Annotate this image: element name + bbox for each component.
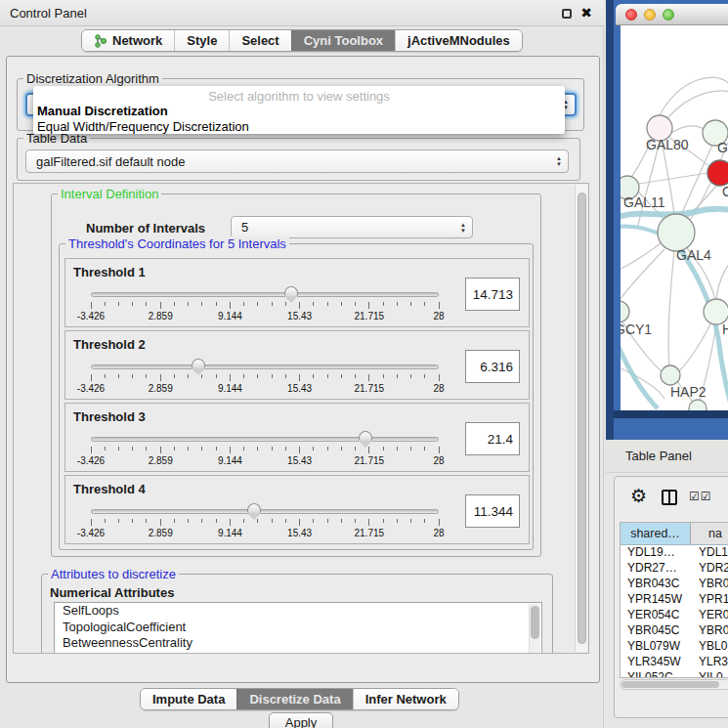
attributes-scrollbar[interactable] [529,604,540,654]
algorithm-option[interactable]: Equal Width/Frequency Discretization [33,119,565,135]
table-row[interactable]: YPR145WYPR1 [621,592,728,608]
bottom-tab-discretize-data[interactable]: Discretize Data [236,689,352,709]
slider-track[interactable] [91,437,439,442]
network-node-gcy1[interactable] [621,301,629,322]
table-row[interactable]: YBR043CYBR0 [621,577,728,592]
network-node-c[interactable] [707,160,728,186]
node-label: GAL4 [676,247,711,263]
threshold-slider[interactable]: -3.4262.8599.14415.4321.71528 [91,503,439,540]
tick-label: -3.426 [77,528,105,538]
node-table[interactable]: shared…na YDL19…YDL1YDR27…YDR2YBR043CYBR… [620,522,728,678]
node-label: GAL80 [646,137,689,152]
slider-ticks [91,374,439,382]
combo-stepper-icon[interactable]: ▲▼ [460,222,466,234]
settings-scrollbar[interactable] [575,185,587,652]
attribute-item[interactable]: TopologicalCoefficient [55,620,541,636]
settings-scrollbar-thumb[interactable] [578,193,586,644]
interval-definition-group: Interval Definition Number of Intervals … [51,193,541,557]
threshold-panel: Threshold 1-3.4262.8599.14415.4321.71528… [64,258,530,327]
tab-network[interactable]: Network [82,30,174,51]
tick-label: 2.859 [149,383,173,394]
cyni-toolbox-panel: Discretization Algorithm ▲▼ Table Data g… [6,56,600,683]
tick-label: -3.426 [77,383,105,394]
thresholds-group-label: Threshold's Coordinates for 5 Intervals [65,236,289,251]
tick-label: 9.144 [218,455,242,466]
slider-ticks [91,447,439,454]
tab-label: Network [112,33,162,48]
threshold-slider[interactable]: -3.4262.8599.14415.4321.71528 [91,431,439,468]
table-row[interactable]: YBL079WYBL0 [621,639,728,655]
split-pane-icon[interactable] [662,490,677,505]
network-node-hap2[interactable] [661,365,680,385]
close-icon[interactable]: ✖ [580,5,592,21]
threshold-title: Threshold 3 [73,409,146,424]
column-header-2[interactable]: na [691,523,728,544]
network-node-gal4[interactable] [658,214,695,251]
bottom-tab-infer-network[interactable]: Infer Network [353,689,458,709]
slider-track[interactable] [91,292,439,297]
tab-select[interactable]: Select [229,30,290,51]
table-data-select[interactable]: galFiltered.sif default node ▲▼ [25,150,569,173]
threshold-value-field[interactable]: 6.316 [465,350,520,383]
slider-track[interactable] [91,509,439,514]
combo-stepper-icon[interactable]: ▲▼ [556,155,562,167]
table-row[interactable]: YBR045CYBR0 [621,623,728,639]
cell-shared-name: YPR145W [621,592,691,608]
slider-track[interactable] [91,364,439,369]
tab-cyni-toolbox[interactable]: Cyni Toolbox [291,30,395,51]
table-row[interactable]: YDL19…YDL1 [621,545,728,561]
cell-name: YDR2 [691,561,728,577]
tab-label: jActiveMNodules [407,33,510,48]
frame-edge-shadow [606,0,614,440]
tab-jactivemnodules[interactable]: jActiveMNodules [395,30,522,51]
numerical-attributes-list[interactable]: SelfLoopsTopologicalCoefficientBetweenne… [54,602,542,654]
table-row[interactable]: YIL052CYIL0 [621,670,728,678]
gear-icon[interactable]: ⚙ [630,485,647,506]
bottom-tab-impute-data[interactable]: Impute Data [141,689,236,709]
cell-name: YER0 [691,608,728,623]
threshold-value-field[interactable]: 21.4 [465,422,520,455]
panel-title: Control Panel [10,6,87,21]
mac-close-button[interactable] [625,9,637,21]
mac-minimize-button[interactable] [644,9,656,21]
network-canvas[interactable]: GAL80G.CGAL11GAL4GCY1HHAP2 [621,25,728,410]
node-label: GCY1 [621,321,652,337]
network-window-titlebar[interactable] [616,4,728,25]
float-window-icon[interactable] [562,9,572,19]
attribute-item[interactable]: SelfLoops [55,603,541,620]
number-of-intervals-value: 5 [241,220,248,235]
threshold-title: Threshold 4 [73,482,146,496]
number-of-intervals-label: Number of Intervals [86,221,205,236]
threshold-value-field[interactable]: 11.344 [465,494,520,528]
threshold-panel: Threshold 4-3.4262.8599.14415.4321.71528… [64,475,530,544]
bottom-tab-label: Impute Data [152,692,225,707]
top-tab-bar: NetworkStyleSelectCyni ToolboxjActiveMNo… [81,29,523,52]
cell-name: YBR0 [691,577,728,592]
tick-label: 21.715 [355,311,385,321]
threshold-slider[interactable]: -3.4262.8599.14415.4321.71528 [91,359,439,396]
column-header-1[interactable]: shared… [621,523,691,544]
slider-thumb[interactable] [247,503,261,519]
slider-thumb[interactable] [192,359,205,374]
threshold-value-field[interactable]: 14.713 [465,278,520,311]
slider-thumb[interactable] [359,431,372,447]
apply-button[interactable]: Apply [269,712,333,728]
table-row[interactable]: YER054CYER0 [621,608,728,623]
attribute-item[interactable]: BetweennessCentrality [55,635,541,652]
tab-style[interactable]: Style [174,30,229,51]
mac-zoom-button[interactable] [663,9,674,21]
slider-tick-labels: -3.4262.8599.14415.4321.71528 [91,383,439,395]
table-horizontal-scrollbar[interactable] [620,679,728,690]
table-row[interactable]: YLR345WYLR3 [621,655,728,670]
table-row[interactable]: YDR27…YDR2 [621,561,728,577]
tick-label: 15.43 [287,383,312,394]
settings-scroll-area: Interval Definition Number of Intervals … [13,183,589,654]
algorithm-option[interactable]: Manual Discretization [33,104,565,119]
threshold-slider[interactable]: -3.4262.8599.14415.4321.71528 [91,286,439,323]
number-of-intervals-select[interactable]: 5 ▲▼ [231,216,473,238]
tick-label: 28 [433,383,444,394]
checkbox-columns-icon[interactable]: ☑☑ [689,490,712,503]
tab-label: Select [241,33,278,48]
slider-thumb[interactable] [284,286,298,302]
slider-tick-labels: -3.4262.8599.14415.4321.71528 [91,528,439,539]
